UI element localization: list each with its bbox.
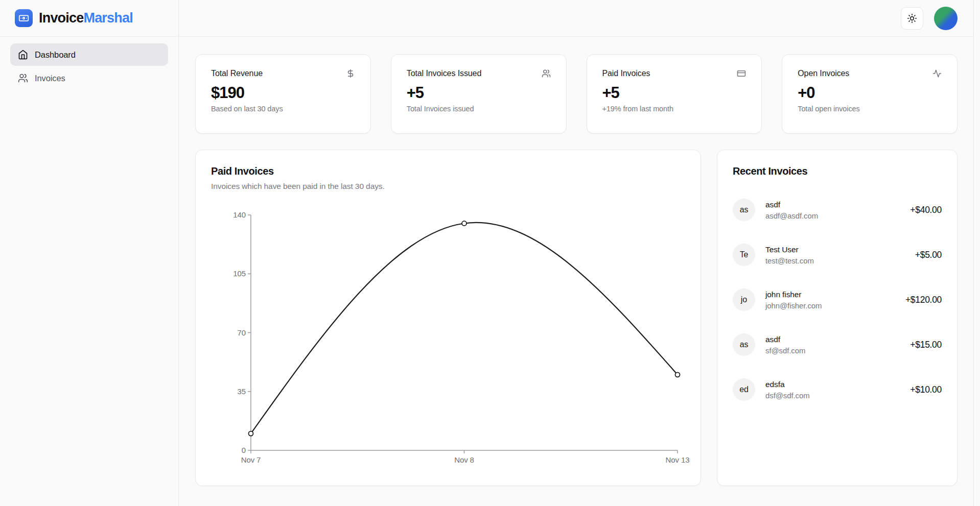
invoice-meta: john fisherjohn@fisher.com (765, 290, 822, 310)
stat-card-subtitle: Total open invoices (798, 105, 942, 113)
stat-card-title: Total Invoices Issued (407, 69, 481, 78)
dollar-sign-icon (346, 69, 355, 78)
banknote-icon (15, 9, 33, 27)
invoice-meta: edsfadsf@sdf.com (765, 380, 810, 400)
app-title-primary: Invoice (39, 10, 83, 26)
recent-invoices-list: asasdfasdf@asdf.com+$40.00TeTest Usertes… (733, 194, 942, 406)
stat-card: Open Invoices+0Total open invoices (782, 54, 958, 134)
svg-text:0: 0 (242, 446, 246, 454)
paid-invoices-card: Paid Invoices Invoices which have been p… (195, 150, 701, 486)
stat-card-value: $190 (211, 84, 355, 102)
invoice-list-item: TeTest Usertest@test.com+$5.00 (733, 238, 942, 271)
stat-card-title: Total Revenue (211, 69, 263, 78)
stat-card-value: +5 (407, 84, 551, 102)
users-icon (542, 69, 551, 78)
svg-text:140: 140 (233, 210, 246, 219)
theme-toggle-button[interactable] (901, 7, 923, 30)
user-avatar[interactable] (934, 7, 958, 30)
stat-card-title: Paid Invoices (602, 69, 650, 78)
svg-text:Nov 13: Nov 13 (666, 455, 690, 464)
invoice-amount: +$5.00 (915, 250, 942, 260)
invoice-customer-email: test@test.com (765, 256, 814, 265)
sidebar-nav: DashboardInvoices (0, 37, 178, 96)
stat-card-value: +0 (798, 84, 942, 102)
sidebar-item-dashboard[interactable]: Dashboard (10, 43, 168, 66)
svg-text:105: 105 (233, 269, 246, 278)
scrollbar-gutter[interactable] (973, 0, 980, 506)
sidebar-item-label: Invoices (35, 74, 65, 83)
dashboard-content: Total Revenue$190Based on last 30 daysTo… (179, 37, 973, 486)
invoice-customer-email: asdf@asdf.com (765, 211, 818, 220)
app-logo[interactable]: InvoiceMarshal (0, 0, 178, 37)
stat-card: Total Revenue$190Based on last 30 days (195, 54, 371, 134)
svg-text:35: 35 (238, 387, 246, 396)
stat-card-value: +5 (602, 84, 746, 102)
credit-card-icon (737, 69, 746, 78)
recent-invoices-card: Recent Invoices asasdfasdf@asdf.com+$40.… (717, 150, 958, 486)
svg-text:70: 70 (238, 328, 246, 337)
users-icon (18, 73, 28, 83)
invoice-avatar: as (733, 199, 755, 221)
invoice-avatar: as (733, 333, 755, 356)
invoice-amount: +$15.00 (910, 340, 942, 350)
invoice-customer-name: john fisher (765, 290, 822, 299)
invoice-list-item: asasdfasdf@asdf.com+$40.00 (733, 194, 942, 226)
invoice-avatar: jo (733, 288, 755, 311)
stat-card: Paid Invoices+5+19% from last month (587, 54, 762, 134)
stat-card: Total Invoices Issued+5Total Invoices is… (391, 54, 567, 134)
invoice-list-item: ededsfadsf@sdf.com+$10.00 (733, 373, 942, 406)
invoice-customer-name: edsfa (765, 380, 810, 389)
sidebar: InvoiceMarshal DashboardInvoices (0, 0, 179, 506)
stats-grid: Total Revenue$190Based on last 30 daysTo… (195, 54, 958, 134)
invoice-amount: +$10.00 (910, 384, 942, 395)
invoice-amount: +$40.00 (910, 205, 942, 215)
home-icon (18, 50, 28, 60)
invoice-customer-email: dsf@sdf.com (765, 391, 810, 400)
invoice-customer-email: john@fisher.com (765, 301, 822, 310)
stat-card-header: Paid Invoices (602, 69, 746, 78)
stat-card-subtitle: Based on last 30 days (211, 105, 355, 113)
svg-text:Nov 7: Nov 7 (241, 455, 261, 464)
paid-invoices-line-chart: 03570105140Nov 7Nov 8Nov 13 (205, 201, 690, 479)
invoice-customer-name: asdf (765, 335, 805, 344)
stat-card-subtitle: +19% from last month (602, 105, 746, 113)
app-title: InvoiceMarshal (39, 10, 133, 26)
invoice-customer-name: Test User (765, 245, 814, 254)
invoice-avatar: ed (733, 378, 755, 401)
chart-subtitle: Invoices which have been paid in the las… (211, 182, 685, 191)
activity-icon (932, 69, 942, 78)
stat-card-subtitle: Total Invoices issued (407, 105, 551, 113)
invoice-avatar: Te (733, 244, 755, 266)
top-bar (179, 0, 973, 37)
invoice-list-item: asasdfsf@sdf.com+$15.00 (733, 328, 942, 361)
invoice-customer-email: sf@sdf.com (765, 346, 805, 355)
app-title-secondary: Marshal (83, 10, 132, 26)
sidebar-item-label: Dashboard (35, 50, 76, 60)
invoice-meta: Test Usertest@test.com (765, 245, 814, 265)
invoice-list-item: jojohn fisherjohn@fisher.com+$120.00 (733, 283, 942, 316)
invoice-amount: +$120.00 (905, 295, 942, 305)
sun-icon (907, 13, 917, 23)
stat-card-header: Total Revenue (211, 69, 355, 78)
recent-invoices-title: Recent Invoices (733, 165, 942, 177)
invoice-meta: asdfasdf@asdf.com (765, 200, 818, 220)
stat-card-header: Total Invoices Issued (407, 69, 551, 78)
dashboard-row: Paid Invoices Invoices which have been p… (195, 150, 958, 486)
stat-card-header: Open Invoices (798, 69, 942, 78)
svg-text:Nov 8: Nov 8 (454, 455, 474, 464)
invoice-meta: asdfsf@sdf.com (765, 335, 805, 355)
stat-card-title: Open Invoices (798, 69, 849, 78)
chart-title: Paid Invoices (211, 165, 685, 177)
sidebar-item-invoices[interactable]: Invoices (10, 67, 168, 89)
invoice-customer-name: asdf (765, 200, 818, 209)
